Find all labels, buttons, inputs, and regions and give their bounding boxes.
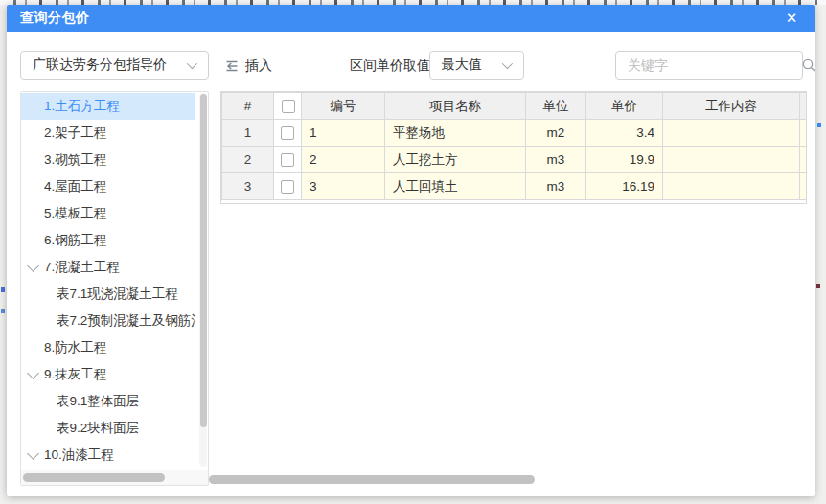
insert-button[interactable]: 插入 (217, 54, 280, 79)
background-speck (1, 309, 5, 313)
table-row[interactable]: 3 3 人工回填土 m3 16.19 (222, 173, 808, 200)
select-all-checkbox[interactable] (282, 100, 295, 113)
chevron-down-icon[interactable] (27, 447, 39, 460)
background-speck (817, 123, 821, 127)
work-content-cell[interactable] (663, 120, 800, 147)
row-checkbox[interactable] (281, 180, 294, 194)
tree-item-rebar[interactable]: 6.钢筋工程 (21, 227, 195, 254)
col-header-price: 单价 (586, 93, 663, 120)
range-price-mode-value: 最大值 (430, 57, 502, 74)
code-cell[interactable]: 3 (302, 173, 385, 200)
tree-item-masonry[interactable]: 3.砌筑工程 (21, 147, 195, 173)
tree-item-painting[interactable]: 10.油漆工程 (21, 442, 195, 469)
table-row[interactable]: 2 2 人工挖土方 m3 19.9 (222, 147, 808, 173)
tree-item-earthwork[interactable]: 1.土石方工程 (21, 93, 195, 120)
table-hscroll-thumb[interactable] (209, 475, 535, 484)
price-cell[interactable]: 19.9 (586, 147, 663, 173)
tree-item-block-surface[interactable]: 表9.2块料面层 (21, 415, 195, 442)
category-tree-panel: 1.土石方工程 2.架子工程 3.砌筑工程 4.屋面工程 5.模板工程 6.钢筋… (20, 91, 209, 486)
insert-button-label: 插入 (245, 57, 272, 75)
tree-item-concrete[interactable]: 7.混凝土工程 (21, 254, 195, 281)
row-checkbox[interactable] (281, 153, 294, 167)
row-checkbox-cell (274, 120, 302, 147)
row-checkbox-cell (274, 173, 302, 200)
col-header-name: 项目名称 (385, 93, 526, 120)
tree-vscroll-thumb[interactable] (200, 94, 207, 427)
tree-hscroll-thumb[interactable] (23, 473, 165, 482)
row-checkbox[interactable] (281, 126, 294, 140)
col-header-content: 工作内容 (663, 93, 800, 120)
keyword-search-box (615, 51, 803, 80)
row-checkbox-cell (274, 147, 302, 173)
background-speck (1, 287, 5, 292)
tree-item-scaffold[interactable]: 2.架子工程 (21, 120, 195, 147)
price-source-dropdown[interactable]: 广联达劳务分包指导价 (20, 51, 209, 80)
range-price-label: 区间单价取值: (350, 57, 434, 75)
price-source-value: 广联达劳务分包指导价 (21, 57, 187, 74)
col-header-extra (800, 93, 808, 120)
work-content-cell[interactable] (663, 173, 800, 200)
keyword-search-input[interactable] (616, 53, 801, 78)
extra-cell[interactable] (800, 120, 808, 147)
insert-row-icon (224, 58, 240, 74)
price-cell[interactable]: 16.19 (586, 173, 663, 200)
extra-cell[interactable] (800, 173, 808, 200)
table-header-row: # 编号 项目名称 单位 单价 工作内容 (222, 93, 808, 120)
col-header-code: 编号 (302, 93, 385, 120)
name-cell[interactable]: 人工挖土方 (385, 147, 526, 173)
unit-cell[interactable]: m3 (526, 173, 586, 200)
close-icon[interactable]: ✕ (776, 5, 807, 32)
query-subcontract-price-dialog: 查询分包价 ✕ 广联达劳务分包指导价 插入 区间单价取值: 最大值 (7, 5, 815, 496)
col-header-index: # (222, 93, 274, 120)
tree-item-plastering[interactable]: 9.抹灰工程 (21, 361, 195, 388)
work-content-cell[interactable] (663, 147, 800, 173)
chevron-down-icon[interactable] (27, 367, 39, 379)
unit-cell[interactable]: m2 (526, 120, 586, 147)
tree-item-overall-surface[interactable]: 表9.1整体面层 (21, 388, 195, 415)
price-table: # 编号 项目名称 单位 单价 工作内容 1 1 平整场地 m2 3.4 2 (220, 91, 807, 204)
tree-item-formwork[interactable]: 5.模板工程 (21, 200, 195, 227)
chevron-down-icon[interactable] (27, 260, 39, 272)
background-speck (816, 284, 820, 288)
name-cell[interactable]: 人工回填土 (385, 173, 526, 200)
tree-item-roofing[interactable]: 4.屋面工程 (21, 173, 195, 200)
extra-cell[interactable] (800, 147, 808, 173)
row-index-cell[interactable]: 1 (222, 120, 274, 147)
unit-cell[interactable]: m3 (526, 147, 586, 173)
tree-item-waterproofing[interactable]: 8.防水工程 (21, 334, 195, 361)
row-index-cell[interactable]: 2 (222, 147, 274, 173)
table-row[interactable]: 1 1 平整场地 m2 3.4 (222, 120, 808, 147)
tree-item-precast-concrete[interactable]: 表7.2预制混凝土及钢筋混凝 (21, 308, 195, 334)
dialog-titlebar: 查询分包价 ✕ (7, 5, 815, 32)
code-cell[interactable]: 2 (302, 147, 385, 173)
row-index-cell[interactable]: 3 (222, 173, 274, 200)
dialog-title: 查询分包价 (7, 10, 90, 27)
range-price-mode-dropdown[interactable]: 最大值 (429, 51, 524, 80)
chevron-down-icon (502, 58, 513, 69)
tree-item-castinplace-concrete[interactable]: 表7.1现浇混凝土工程 (21, 281, 195, 308)
select-all-cell (274, 93, 302, 120)
price-cell[interactable]: 3.4 (586, 120, 663, 147)
chevron-down-icon (187, 58, 197, 69)
search-icon[interactable] (801, 57, 816, 73)
code-cell[interactable]: 1 (302, 120, 385, 147)
name-cell[interactable]: 平整场地 (385, 120, 526, 147)
col-header-unit: 单位 (526, 93, 586, 120)
